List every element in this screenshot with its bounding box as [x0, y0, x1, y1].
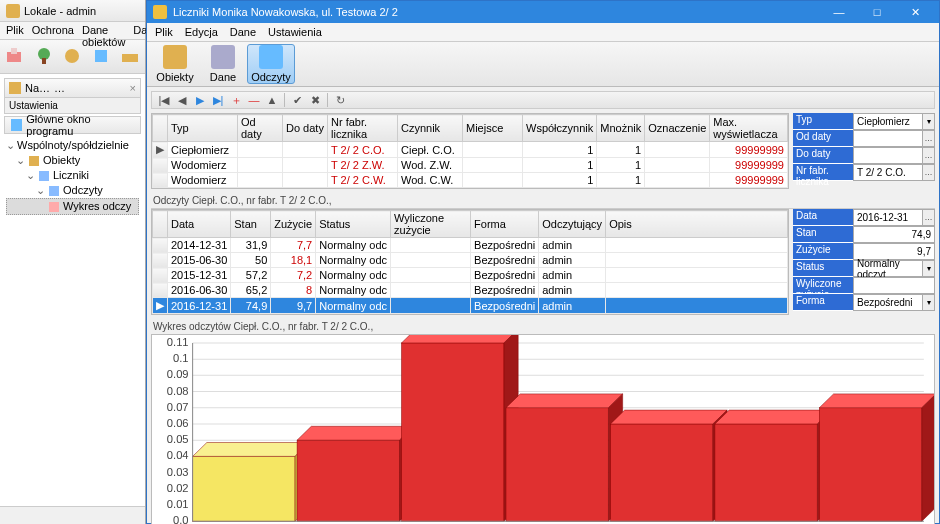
dl-typ: Typ	[793, 113, 853, 130]
ribbon: Obiekty Dane Odczyty	[147, 42, 939, 87]
nav-panel-header: Na… … ×	[4, 78, 141, 98]
svg-text:0.08: 0.08	[167, 385, 189, 397]
d2v-stat[interactable]: Normalny odczyt	[853, 260, 923, 277]
ribbon-odczyty[interactable]: Odczyty	[247, 44, 295, 84]
nav-cancel-icon[interactable]: ✖	[307, 92, 323, 108]
col2-z: Zużycie	[271, 211, 316, 238]
col-cz: Czynnik	[398, 115, 463, 142]
ribbon-dane[interactable]: Dane	[199, 44, 247, 84]
readings-menu-bar[interactable]: Plik Edycja Dane Ustawienia	[147, 23, 939, 42]
svg-point-4	[65, 49, 79, 63]
main-menu-bar[interactable]: Plik Ochrona Dane obiektów Dane	[0, 22, 145, 40]
dv-typ[interactable]: Ciepłomierz	[853, 113, 923, 130]
menu-ochrona[interactable]: Ochrona	[32, 24, 74, 37]
folder-icon	[29, 156, 39, 166]
d2v-stan[interactable]: 74,9	[853, 226, 935, 243]
meters-grid[interactable]: Typ Od daty Do daty Nr fabr. licznika Cz…	[151, 113, 789, 189]
dd-nr[interactable]: …	[923, 164, 935, 181]
dd-od[interactable]: …	[923, 130, 935, 147]
reading-row[interactable]: ▶2016-12-3174,99,7Normalny odcBezpośredn…	[153, 298, 788, 314]
dv-nr[interactable]: T 2/ 2 C.O.	[853, 164, 923, 181]
nav-tree[interactable]: ⌄Wspólnoty/spółdzielnie ⌄Obiekty ⌄Liczni…	[6, 138, 139, 215]
minimize-button[interactable]: —	[821, 1, 857, 23]
reading-row[interactable]: 2015-06-305018,1Normalny odcBezpośrednia…	[153, 253, 788, 268]
dd-typ[interactable]: ▾	[923, 113, 935, 130]
d2l-data: Data	[793, 209, 853, 226]
dd-do[interactable]: …	[923, 147, 935, 164]
nav-panel-title: Na…	[25, 82, 50, 94]
meter-icon	[39, 171, 49, 181]
meter-detail-panel: TypCiepłomierz▾ Od daty… Do daty… Nr fab…	[793, 113, 935, 189]
d2l-zuz: Zużycie	[793, 243, 853, 260]
app-icon	[153, 5, 167, 19]
menu-plik[interactable]: Plik	[6, 24, 24, 37]
d2v-wyl[interactable]	[853, 277, 935, 294]
svg-marker-41	[506, 394, 623, 408]
svg-rect-40	[506, 408, 608, 521]
svg-text:0.06: 0.06	[167, 417, 189, 429]
tree-node-odczyty[interactable]: ⌄Odczyty	[6, 183, 139, 198]
menu-edycja[interactable]: Edycja	[185, 26, 218, 38]
nav-panel-ellipsis[interactable]: …	[54, 82, 65, 94]
menu-plik[interactable]: Plik	[155, 26, 173, 38]
maximize-button[interactable]: □	[859, 1, 895, 23]
main-window-button[interactable]: Główne okno programu	[4, 116, 141, 134]
col-nr: Nr fabr. licznika	[328, 115, 398, 142]
svg-text:0.04: 0.04	[167, 449, 189, 461]
svg-rect-34	[297, 440, 399, 521]
d2l-stat: Status	[793, 260, 853, 277]
tree-node-liczniki[interactable]: ⌄Liczniki	[6, 168, 139, 183]
svg-text:0.0: 0.0	[173, 514, 189, 524]
toolbar-btn-1[interactable]	[2, 42, 29, 70]
nav-edit-icon[interactable]: ▲	[264, 92, 280, 108]
menu-ustawienia[interactable]: Ustawienia	[268, 26, 322, 38]
ribbon-obiekty[interactable]: Obiekty	[151, 44, 199, 84]
svg-marker-44	[610, 410, 727, 424]
readings-titlebar[interactable]: Liczniki Monika Nowakowska, ul. Testowa …	[147, 1, 939, 23]
tree-node-wykres[interactable]: Wykres odczy	[6, 198, 139, 215]
tree-node-obiekty[interactable]: ⌄Obiekty	[6, 153, 139, 168]
nav-first-icon[interactable]: |◀	[156, 92, 172, 108]
reading-row[interactable]: 2015-12-3157,27,2Normalny odcBezpośredni…	[153, 268, 788, 283]
meter-row[interactable]: ▶CiepłomierzT 2/ 2 C.O.Ciepł. C.O.119999…	[153, 142, 788, 158]
meter-row[interactable]: WodomierzT 2/ 2 C.W.Wod. C.W.1199999999	[153, 173, 788, 188]
nav-post-icon[interactable]: ✔	[289, 92, 305, 108]
dv-od[interactable]	[853, 130, 923, 147]
d2v-data[interactable]: 2016-12-31	[853, 209, 923, 226]
nav-refresh-icon[interactable]: ↻	[332, 92, 348, 108]
nav-delete-icon[interactable]: —	[246, 92, 262, 108]
nav-last-icon[interactable]: ▶|	[210, 92, 226, 108]
col-ws: Współczynnik	[523, 115, 597, 142]
reading-row[interactable]: 2014-12-3131,97,7Normalny odcBezpośredni…	[153, 238, 788, 253]
svg-text:0.05: 0.05	[167, 433, 189, 445]
svg-text:0.07: 0.07	[167, 401, 189, 413]
meter-row[interactable]: WodomierzT 2/ 2 Z.W.Wod. Z.W.1199999999	[153, 158, 788, 173]
app-icon	[6, 4, 20, 18]
readings-grid[interactable]: Data Stan Zużycie Status Wyliczone zużyc…	[151, 209, 789, 315]
dl-nr: Nr fabr. licznika	[793, 164, 853, 181]
close-button[interactable]: ✕	[897, 1, 933, 23]
reading-row[interactable]: 2016-06-3065,28Normalny odcBezpośredniad…	[153, 283, 788, 298]
nav-prev-icon[interactable]: ◀	[174, 92, 190, 108]
toolbar-btn-2[interactable]	[31, 42, 58, 70]
menu-dane[interactable]: Dane	[230, 26, 256, 38]
svg-rect-46	[715, 424, 817, 521]
folder-icon	[9, 82, 21, 94]
window-icon	[11, 119, 22, 131]
svg-rect-1	[11, 48, 17, 54]
record-navigator: |◀ ◀ ▶ ▶| ＋ — ▲ ✔ ✖ ↻	[151, 91, 935, 109]
toolbar-btn-4[interactable]	[88, 42, 115, 70]
d2v-for[interactable]: Bezpośredni	[853, 294, 923, 311]
nav-add-icon[interactable]: ＋	[228, 92, 244, 108]
dv-do[interactable]	[853, 147, 923, 164]
svg-text:0.02: 0.02	[167, 482, 189, 494]
menu-dane-obiektow[interactable]: Dane obiektów	[82, 24, 125, 37]
main-toolbar	[0, 40, 145, 74]
toolbar-btn-3[interactable]	[59, 42, 86, 70]
tree-node-wspolnoty[interactable]: ⌄Wspólnoty/spółdzielnie	[6, 138, 139, 153]
nav-next-icon[interactable]: ▶	[192, 92, 208, 108]
col-do: Do daty	[283, 115, 328, 142]
toolbar-btn-5[interactable]	[116, 42, 143, 70]
nav-panel-close-icon[interactable]: ×	[130, 82, 136, 94]
reading-icon	[49, 186, 59, 196]
